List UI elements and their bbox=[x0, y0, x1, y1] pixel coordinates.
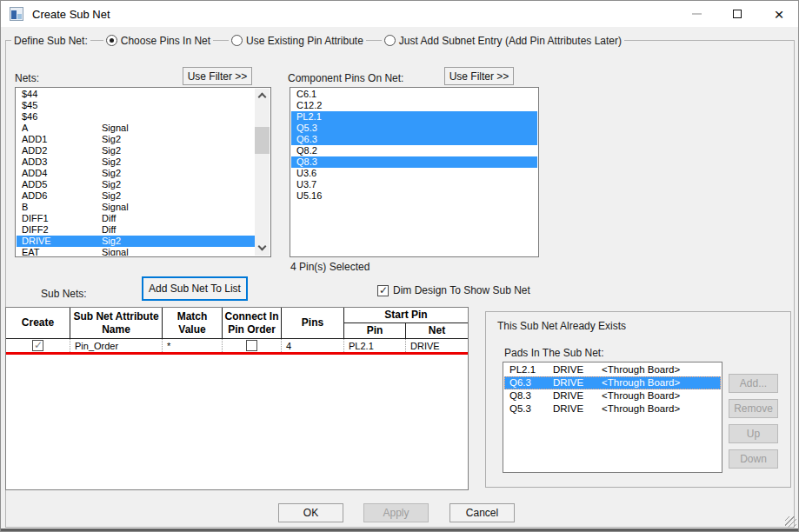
resize-grip-icon[interactable] bbox=[785, 516, 796, 528]
net-row[interactable]: ADD4Sig2 bbox=[17, 168, 255, 179]
net-row[interactable]: ADD1Sig2 bbox=[17, 134, 255, 145]
ok-button[interactable]: OK bbox=[278, 503, 343, 522]
component-pin-label: U3.6 bbox=[296, 168, 316, 179]
cancel-button[interactable]: Cancel bbox=[449, 503, 515, 522]
net-name: $45 bbox=[22, 100, 37, 111]
down-button: Down bbox=[729, 449, 778, 469]
net-row[interactable]: ADD6Sig2 bbox=[17, 190, 255, 202]
component-pin-label: Q8.3 bbox=[296, 156, 317, 168]
pins-cell: 4 bbox=[282, 339, 344, 352]
pads-label: Pads In The Sub Net: bbox=[504, 347, 604, 359]
sub-nets-label: Sub Nets: bbox=[41, 288, 87, 300]
net-row[interactable]: $45 bbox=[17, 100, 255, 111]
component-pin-row[interactable]: Q5.3 bbox=[291, 123, 537, 134]
net-type: Sig2 bbox=[102, 145, 121, 156]
connect-cell[interactable] bbox=[223, 339, 282, 352]
add-button: Add... bbox=[729, 374, 778, 393]
component-pin-row[interactable]: PL2.1 bbox=[291, 111, 537, 123]
component-pin-label: U3.7 bbox=[296, 179, 316, 190]
pins-selected-status: 4 Pin(s) Selected bbox=[290, 261, 370, 273]
pad-row[interactable]: PL2.1DRIVE<Through Board> bbox=[504, 363, 721, 376]
match-value-cell: * bbox=[163, 339, 223, 352]
scroll-thumb[interactable] bbox=[255, 127, 270, 154]
pad-row[interactable]: Q8.3DRIVE<Through Board> bbox=[504, 389, 721, 402]
pad-type: <Through Board> bbox=[602, 389, 680, 402]
nets-scrollbar[interactable] bbox=[255, 89, 270, 256]
pins-use-filter-button[interactable]: Use Filter >> bbox=[444, 67, 514, 85]
radio-icon bbox=[231, 35, 243, 46]
component-pin-row[interactable]: C6.1 bbox=[291, 89, 537, 100]
component-pins-listbox[interactable]: C6.1C12.2PL2.1Q5.3Q6.3Q8.2Q8.3U3.6U3.7U5… bbox=[290, 87, 539, 257]
nets-listbox[interactable]: $44$45$46ASignalADD1Sig2ADD2Sig2ADD3Sig2… bbox=[15, 87, 271, 257]
radio-icon bbox=[384, 35, 396, 46]
subnet-table-row[interactable]: Pin_Order*4PL2.1DRIVE bbox=[6, 339, 468, 352]
remove-button: Remove bbox=[729, 399, 778, 418]
pad-net: DRIVE bbox=[553, 363, 583, 376]
net-name: ADD4 bbox=[22, 168, 47, 179]
net-row[interactable]: BSignal bbox=[17, 202, 255, 213]
net-type: Signal bbox=[102, 247, 129, 256]
net-row[interactable]: ADD5Sig2 bbox=[17, 179, 255, 190]
create-cell[interactable] bbox=[6, 339, 70, 352]
pad-type: <Through Board> bbox=[602, 363, 680, 376]
nets-use-filter-button[interactable]: Use Filter >> bbox=[183, 67, 252, 85]
pad-row[interactable]: Q6.3DRIVE<Through Board> bbox=[504, 376, 721, 389]
sub-nets-table-header: Create Sub Net Attribute Name Match Valu… bbox=[6, 308, 468, 339]
pad-net: DRIVE bbox=[553, 389, 583, 402]
minimize-button bbox=[676, 1, 716, 27]
component-pin-row[interactable]: Q8.2 bbox=[291, 145, 537, 156]
maximize-icon bbox=[733, 10, 742, 18]
col-header-pins: Pins bbox=[282, 308, 344, 339]
minimize-icon bbox=[692, 13, 702, 15]
selected-row-indicator bbox=[6, 352, 468, 355]
nets-rows: $44$45$46ASignalADD1Sig2ADD2Sig2ADD3Sig2… bbox=[17, 89, 255, 256]
net-row[interactable]: ADD3Sig2 bbox=[17, 156, 255, 168]
component-pin-row[interactable]: C12.2 bbox=[291, 100, 537, 111]
component-pin-row[interactable]: Q6.3 bbox=[291, 134, 537, 145]
pads-listbox[interactable]: PL2.1DRIVE<Through Board>Q6.3DRIVE<Throu… bbox=[503, 362, 722, 473]
component-pin-label: C6.1 bbox=[296, 89, 316, 100]
scroll-up-icon[interactable] bbox=[255, 89, 270, 103]
net-row[interactable]: DIFF1Diff bbox=[17, 213, 255, 224]
existing-subnet-panel: This Sub Net Already Exists Pads In The … bbox=[485, 311, 791, 488]
pad-pin: Q5.3 bbox=[509, 402, 531, 416]
radio-option[interactable]: Use Existing Pin Attribute bbox=[229, 35, 366, 47]
app-icon bbox=[10, 7, 23, 21]
component-pin-row[interactable]: U5.16 bbox=[291, 190, 537, 202]
up-button: Up bbox=[729, 424, 778, 443]
component-pin-label: PL2.1 bbox=[296, 111, 322, 123]
component-pin-row[interactable]: Q8.3 bbox=[291, 156, 537, 168]
net-row[interactable]: ADD2Sig2 bbox=[17, 145, 255, 156]
pad-pin: Q8.3 bbox=[509, 389, 531, 402]
scroll-down-icon[interactable] bbox=[255, 241, 270, 256]
component-pin-row[interactable]: U3.7 bbox=[291, 179, 537, 190]
net-row[interactable]: DRIVESig2 bbox=[17, 236, 255, 247]
net-name: $44 bbox=[22, 89, 37, 100]
net-name: ADD6 bbox=[22, 190, 47, 202]
close-button[interactable]: × bbox=[758, 1, 799, 27]
net-row[interactable]: DIFF2Diff bbox=[17, 224, 255, 236]
net-type: Signal bbox=[102, 123, 129, 134]
component-pin-label: U5.16 bbox=[296, 190, 322, 202]
dim-design-checkbox[interactable]: Dim Design To Show Sub Net bbox=[377, 284, 530, 296]
pad-pin: PL2.1 bbox=[509, 363, 536, 376]
net-type: Sig2 bbox=[102, 179, 121, 190]
net-row[interactable]: $46 bbox=[17, 111, 255, 123]
pad-row[interactable]: Q5.3DRIVE<Through Board> bbox=[504, 402, 721, 416]
sub-nets-table: Create Sub Net Attribute Name Match Valu… bbox=[5, 307, 469, 490]
col-header-name: Sub Net Attribute Name bbox=[70, 308, 163, 339]
radio-option[interactable]: Just Add Subnet Entry (Add Pin Attribute… bbox=[382, 35, 624, 47]
component-pin-row[interactable]: U3.6 bbox=[291, 168, 537, 179]
net-row[interactable]: $44 bbox=[17, 89, 255, 100]
radio-option-label: Just Add Subnet Entry (Add Pin Attribute… bbox=[399, 35, 622, 47]
maximize-button[interactable] bbox=[717, 1, 757, 27]
radio-icon bbox=[106, 35, 117, 46]
net-name: $46 bbox=[22, 111, 37, 123]
add-sub-net-button[interactable]: Add Sub Net To List bbox=[142, 276, 248, 301]
radio-option-label: Choose Pins In Net bbox=[121, 35, 210, 47]
net-row[interactable]: ASignal bbox=[17, 123, 255, 134]
nets-label: Nets: bbox=[15, 72, 39, 84]
component-pin-label: C12.2 bbox=[296, 100, 322, 111]
radio-option[interactable]: Choose Pins In Net bbox=[103, 35, 213, 47]
net-row[interactable]: EATSignal bbox=[17, 247, 255, 256]
